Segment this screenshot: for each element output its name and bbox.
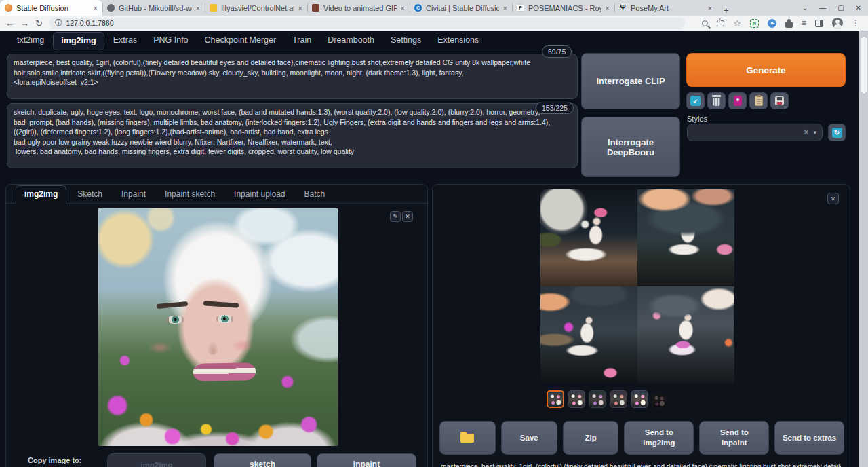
floppy-disk-icon <box>775 96 784 105</box>
trash-icon <box>713 98 720 106</box>
copy-to-sketch-button[interactable]: sketch <box>214 453 311 467</box>
tab-checkpoint-merger[interactable]: Checkpoint Merger <box>197 32 284 50</box>
page-scrollbar[interactable] <box>859 31 868 467</box>
result-image-1[interactable] <box>540 189 637 286</box>
sidebar-icon[interactable] <box>815 20 823 27</box>
site-info-icon[interactable]: ⓘ <box>55 18 62 28</box>
posemaniacs-favicon-icon: P <box>517 4 524 12</box>
minimize-button[interactable]: — <box>819 4 826 12</box>
tab-title: Stable Diffusion <box>16 4 90 12</box>
thumbnail-5[interactable] <box>631 390 648 408</box>
close-gallery-button[interactable]: ✕ <box>827 193 839 204</box>
portrait-right-blush <box>231 339 254 352</box>
gif-converter-favicon-icon <box>312 4 319 12</box>
send-to-inpaint-button[interactable]: Send to inpaint <box>699 421 769 455</box>
browser-tab-github[interactable]: GitHub - Mikubill/sd-webui-con × <box>102 0 205 16</box>
tab-close-icon[interactable]: × <box>606 4 610 12</box>
browser-tab-posemaniacs[interactable]: P POSEMANIACS - Royalty free 3 × <box>512 0 614 16</box>
maximize-button[interactable]: ▢ <box>837 4 844 12</box>
remove-image-button[interactable]: ✕ <box>402 211 413 222</box>
result-image-3[interactable] <box>540 286 637 384</box>
paste-params-button[interactable]: ↙ <box>686 92 705 109</box>
browser-tab-controlnet[interactable]: Illyasviel/ControlNet at main × <box>205 0 307 16</box>
bookmark-star-icon[interactable]: ☆ <box>733 18 741 29</box>
result-image-4[interactable] <box>637 286 734 384</box>
thumbnail-6[interactable] <box>652 393 667 408</box>
negative-prompt-input[interactable]: sketch, duplicate, ugly, huge eyes, text… <box>7 103 578 168</box>
thumbnail-3[interactable] <box>589 390 606 408</box>
open-folder-button[interactable] <box>439 421 496 455</box>
browser-tab-stable-diffusion[interactable]: Stable Diffusion × <box>0 0 102 16</box>
extensions-puzzle-icon[interactable] <box>785 22 793 28</box>
tab-close-icon[interactable]: × <box>503 4 507 12</box>
tab-train[interactable]: Train <box>285 32 319 50</box>
subtab-inpaint-sketch[interactable]: Inpaint sketch <box>157 186 223 203</box>
scrollbar-thumb[interactable] <box>861 36 867 94</box>
prompt-input[interactable]: masterpiece, best quality, 1girl, (color… <box>7 54 578 99</box>
tab-close-icon[interactable]: × <box>708 4 712 12</box>
chevron-down-icon[interactable]: ▾ <box>813 129 816 136</box>
source-image-portrait[interactable] <box>98 208 338 446</box>
generate-button[interactable]: Generate <box>686 53 846 87</box>
tab-close-icon[interactable]: × <box>196 4 200 12</box>
close-window-button[interactable]: ✕ <box>856 4 861 12</box>
apply-style-button[interactable] <box>749 92 768 109</box>
webui-nav-tabs: txt2img img2img Extras PNG Info Checkpoi… <box>9 32 486 50</box>
tab-close-icon[interactable]: × <box>298 4 302 12</box>
tab-extras[interactable]: Extras <box>106 32 144 50</box>
negative-token-counter: 153/225 <box>536 102 574 114</box>
browser-tab-gif-converter[interactable]: Video to animated GIF converter × <box>307 0 410 16</box>
portrait-right-eye <box>215 315 235 323</box>
tab-close-icon[interactable]: × <box>94 4 98 12</box>
tab-search-icon[interactable]: ⌄ <box>802 4 808 12</box>
thumbnail-1-selected[interactable] <box>547 390 564 408</box>
refresh-styles-button[interactable]: ↻ <box>828 124 846 141</box>
browser-menu-icon[interactable]: ⋮ <box>852 18 860 28</box>
blue-extension-icon[interactable] <box>768 19 776 28</box>
save-style-button[interactable] <box>770 92 789 109</box>
browser-tab-civitai[interactable]: C Civitai | Stable Diffusion models × <box>410 0 512 16</box>
tab-title: Illyasviel/ControlNet at main <box>221 4 294 12</box>
interrogate-clip-button[interactable]: Interrogate CLIP <box>581 53 680 109</box>
tab-png-info[interactable]: PNG Info <box>146 32 195 50</box>
subtab-batch[interactable]: Batch <box>296 186 334 203</box>
share-icon[interactable] <box>717 20 724 26</box>
thumbnail-2[interactable] <box>568 390 585 408</box>
back-button[interactable]: ← <box>5 18 14 29</box>
profile-avatar[interactable] <box>832 18 843 29</box>
result-image-grid[interactable] <box>540 189 734 384</box>
portrait-right-eyebrow <box>203 301 239 308</box>
new-tab-button[interactable]: + <box>724 5 729 16</box>
subtab-inpaint[interactable]: Inpaint <box>113 186 154 203</box>
copy-to-img2img-button[interactable]: img2img <box>107 453 206 467</box>
zoom-icon[interactable] <box>702 20 708 26</box>
interrogate-deepbooru-button[interactable]: Interrogate DeepBooru <box>581 117 680 177</box>
extra-networks-button[interactable] <box>728 92 747 109</box>
thumbnail-4[interactable] <box>610 390 627 408</box>
edit-image-button[interactable]: ✎ <box>390 211 401 222</box>
result-image-2[interactable] <box>637 189 734 286</box>
subtab-inpaint-upload[interactable]: Inpaint upload <box>226 186 293 203</box>
zip-button[interactable]: Zip <box>563 421 619 455</box>
clear-styles-icon[interactable]: × <box>804 128 808 137</box>
tab-txt2img[interactable]: txt2img <box>9 32 52 50</box>
save-button[interactable]: Save <box>501 421 557 455</box>
styles-dropdown[interactable]: × ▾ <box>687 124 823 141</box>
clear-prompt-button[interactable] <box>707 92 726 109</box>
address-bar[interactable]: ⓘ 127.0.0.1:7860 <box>49 18 685 29</box>
forward-button[interactable]: → <box>20 18 29 29</box>
browser-tab-posemyart[interactable]: Ψ PoseMy.Art × <box>614 0 717 16</box>
subtab-img2img[interactable]: img2img <box>16 185 66 204</box>
tab-settings[interactable]: Settings <box>383 32 429 50</box>
tab-dreambooth[interactable]: Dreambooth <box>320 32 382 50</box>
tab-close-icon[interactable]: × <box>401 4 405 12</box>
tab-img2img[interactable]: img2img <box>53 32 104 50</box>
notion-extension-icon[interactable]: N <box>750 19 759 28</box>
reload-button[interactable]: ↻ <box>35 18 43 29</box>
copy-to-inpaint-button[interactable]: inpaint <box>317 453 416 467</box>
tab-extensions[interactable]: Extensions <box>430 32 486 50</box>
subtab-sketch[interactable]: Sketch <box>69 186 111 203</box>
send-to-img2img-button[interactable]: Send to img2img <box>624 421 694 455</box>
send-to-extras-button[interactable]: Send to extras <box>774 421 844 455</box>
tab-groups-icon[interactable]: ≡ <box>802 18 806 28</box>
